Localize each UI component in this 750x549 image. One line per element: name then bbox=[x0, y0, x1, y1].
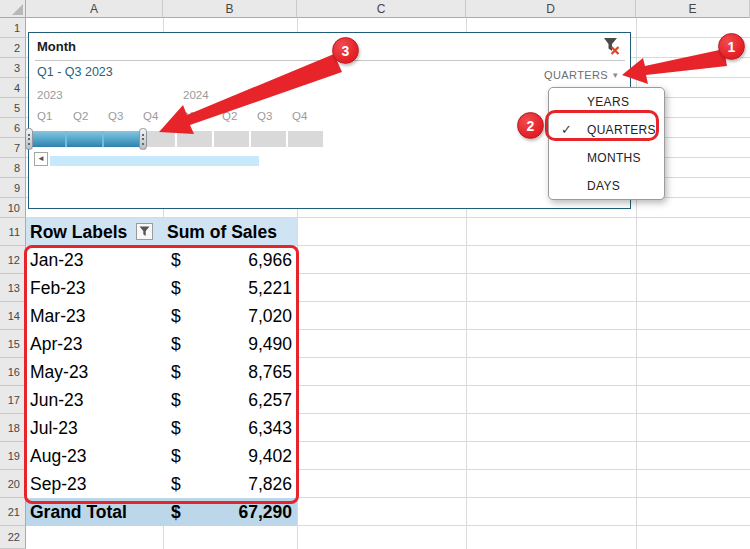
time-level-label: QUARTERS bbox=[544, 69, 608, 81]
annotation-badge-1: 1 bbox=[718, 33, 745, 60]
quarter-label-2024-q3: Q3 bbox=[257, 110, 272, 122]
column-header-d[interactable]: D bbox=[466, 0, 636, 18]
timeline-selected-tiles[interactable] bbox=[29, 131, 140, 147]
grip-dots-icon bbox=[142, 134, 144, 145]
time-level-menu: YEARS ✓ QUARTERS MONTHS DAYS bbox=[548, 87, 665, 200]
row-header-18[interactable]: 18 bbox=[0, 414, 26, 442]
row-header-15[interactable]: 15 bbox=[0, 330, 26, 358]
quarter-label-2024-q1: Q1 bbox=[180, 110, 195, 122]
grand-total-value: 67,290 bbox=[181, 502, 297, 523]
quarter-label-2023-q3: Q3 bbox=[108, 110, 123, 122]
quarter-label-2023-q2: Q2 bbox=[73, 110, 88, 122]
column-header-b[interactable]: B bbox=[163, 0, 297, 18]
pivot-header-row: Row Labels Sum of Sales bbox=[26, 218, 297, 246]
selection-handle-right[interactable] bbox=[139, 128, 147, 150]
row-header-5[interactable]: 5 bbox=[0, 98, 26, 118]
excel-window: A B C D E 1 2 3 4 5 6 7 8 9 10 11 12 13 … bbox=[0, 0, 750, 549]
row-labels-filter-button[interactable] bbox=[136, 223, 153, 240]
annotation-badge-3: 3 bbox=[332, 37, 359, 64]
funnel-clear-icon bbox=[602, 37, 622, 57]
row-header-9[interactable]: 9 bbox=[0, 178, 26, 198]
column-header-e[interactable]: E bbox=[636, 0, 750, 18]
funnel-icon bbox=[139, 226, 150, 237]
row-header-11[interactable]: 11 bbox=[0, 218, 26, 246]
row-header-20[interactable]: 20 bbox=[0, 470, 26, 498]
slicer-header-divider bbox=[35, 60, 625, 61]
row-header-22[interactable]: 22 bbox=[0, 526, 26, 549]
row-header-13[interactable]: 13 bbox=[0, 274, 26, 302]
row-header-17[interactable]: 17 bbox=[0, 386, 26, 414]
slicer-title: Month bbox=[37, 39, 76, 54]
timeline-scroll-left-button[interactable]: ◄ bbox=[34, 152, 48, 166]
time-level-dropdown[interactable]: QUARTERS ▾ bbox=[544, 69, 618, 81]
row-header-19[interactable]: 19 bbox=[0, 442, 26, 470]
slicer-selection-range: Q1 - Q3 2023 bbox=[37, 65, 113, 79]
row-header-16[interactable]: 16 bbox=[0, 358, 26, 386]
tile-separator bbox=[65, 131, 67, 147]
annotation-badge-2: 2 bbox=[517, 112, 544, 139]
row-header-6[interactable]: 6 bbox=[0, 118, 26, 138]
row-header-10[interactable]: 10 bbox=[0, 198, 26, 218]
select-all-triangle-icon bbox=[12, 4, 23, 15]
row-header-12[interactable]: 12 bbox=[0, 246, 26, 274]
timeline-unselected-tiles[interactable] bbox=[140, 131, 325, 147]
menu-item-months[interactable]: MONTHS bbox=[549, 144, 664, 172]
selection-handle-left[interactable] bbox=[25, 128, 33, 150]
quarter-label-2023-q4: Q4 bbox=[143, 110, 158, 122]
quarter-label-2023-q1: Q1 bbox=[37, 110, 52, 122]
select-all-corner[interactable] bbox=[0, 0, 26, 18]
timeline-scrollbar-thumb[interactable] bbox=[50, 156, 259, 166]
sum-of-sales-header[interactable]: Sum of Sales bbox=[163, 222, 297, 243]
clear-filter-button[interactable] bbox=[602, 37, 622, 57]
grip-dots-icon bbox=[28, 134, 30, 145]
column-header-a[interactable]: A bbox=[26, 0, 163, 18]
menu-item-days[interactable]: DAYS bbox=[549, 172, 664, 200]
currency-symbol: $ bbox=[163, 502, 181, 523]
annotation-highlight-quarters bbox=[545, 110, 659, 141]
menu-item-label: YEARS bbox=[587, 95, 629, 109]
menu-item-label: MONTHS bbox=[587, 151, 641, 165]
column-header-c[interactable]: C bbox=[297, 0, 466, 18]
year-label-2023: 2023 bbox=[37, 89, 63, 101]
row-header-8[interactable]: 8 bbox=[0, 158, 26, 178]
chevron-down-icon: ▾ bbox=[613, 70, 618, 80]
row-header-2[interactable]: 2 bbox=[0, 38, 26, 58]
tile-separator bbox=[102, 131, 104, 147]
row-header-4[interactable]: 4 bbox=[0, 78, 26, 98]
quarter-label-2024-q4: Q4 bbox=[292, 110, 307, 122]
year-label-2024: 2024 bbox=[183, 89, 209, 101]
quarter-label-2024-q2: Q2 bbox=[222, 110, 237, 122]
row-header-21[interactable]: 21 bbox=[0, 498, 26, 526]
annotation-highlight-table-data bbox=[24, 245, 299, 504]
row-header-1[interactable]: 1 bbox=[0, 18, 26, 38]
row-header-3[interactable]: 3 bbox=[0, 58, 26, 78]
row-header-7[interactable]: 7 bbox=[0, 138, 26, 158]
menu-item-label: DAYS bbox=[587, 179, 620, 193]
scroll-left-arrow-icon: ◄ bbox=[37, 155, 45, 163]
row-header-14[interactable]: 14 bbox=[0, 302, 26, 330]
